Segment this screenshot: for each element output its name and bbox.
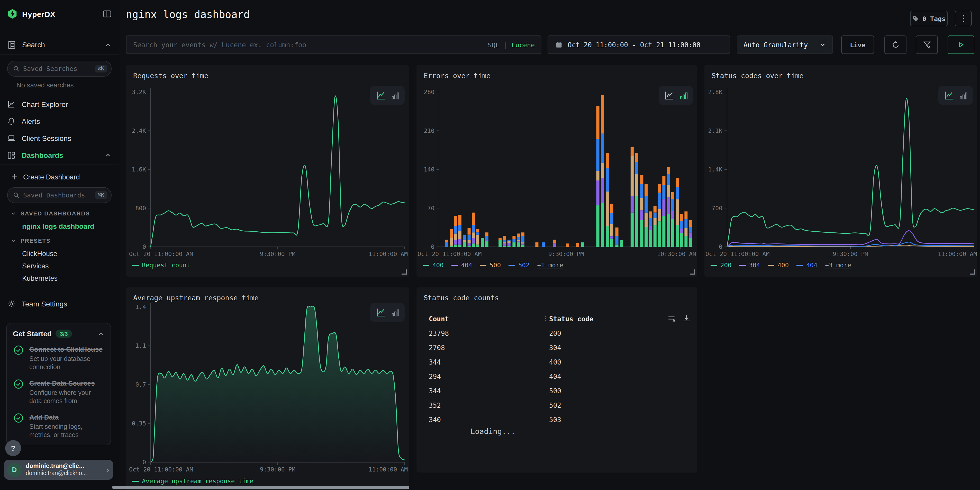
live-button[interactable]: Live — [841, 35, 874, 54]
filter-edit-button[interactable] — [916, 35, 938, 54]
line-chart-icon[interactable] — [944, 90, 954, 100]
svg-text:Oct 20 11:00:00 AM: Oct 20 11:00:00 AM — [129, 251, 193, 257]
svg-text:2.8K: 2.8K — [708, 89, 723, 95]
saved-searches-placeholder: Saved Searches — [23, 65, 92, 73]
legend-swatch — [711, 265, 717, 266]
legend-more-link[interactable]: +1 more — [537, 262, 563, 269]
time-range-picker[interactable]: Oct 20 11:00:00 - Oct 21 11:00:00 — [547, 35, 730, 54]
sidebar-item-kubernetes[interactable]: Kubernetes — [0, 272, 119, 284]
divider — [0, 164, 119, 165]
resize-handle[interactable] — [970, 269, 975, 275]
sidebar-item-services[interactable]: Services — [0, 260, 119, 272]
user-name: dominic.tran@clic... — [26, 463, 103, 470]
granularity-select[interactable]: Auto Granularity — [737, 35, 833, 54]
sidebar-item-label: Chart Explorer — [22, 100, 111, 108]
legend-item[interactable]: 304 — [739, 262, 760, 269]
search-section-icon — [7, 40, 16, 49]
refresh-button[interactable] — [885, 35, 907, 54]
column-header-count[interactable]: Count — [429, 315, 449, 323]
status-codes-chart[interactable]: 07001.4K2.1K2.8KOct 20 11:00:00 AM9:30:0… — [705, 65, 977, 277]
svg-text:0.7: 0.7 — [135, 381, 146, 388]
sidebar-item-team-settings[interactable]: Team Settings — [0, 295, 119, 312]
help-button[interactable]: ? — [5, 440, 21, 456]
legend-swatch — [509, 265, 515, 266]
legend-item[interactable]: 404 — [451, 262, 472, 269]
live-label: Live — [850, 41, 865, 49]
panel-menu-button[interactable] — [955, 11, 972, 26]
legend-item[interactable]: Request count — [132, 262, 190, 269]
legend-item[interactable]: 200 — [711, 262, 732, 269]
column-header-status-code[interactable]: Status code — [549, 315, 593, 323]
legend-swatch — [739, 265, 746, 266]
loading-text: Loading... — [471, 427, 515, 436]
table-row: 352502 — [417, 398, 697, 413]
cell-status-code: 404 — [549, 370, 561, 384]
sql-toggle[interactable]: SQL — [488, 41, 499, 49]
saved-dashboards-header[interactable]: SAVED DASHBOARDS — [0, 208, 119, 219]
horizontal-scrollbar-thumb[interactable] — [112, 486, 409, 489]
sidebar-item-clickhouse[interactable]: ClickHouse — [0, 247, 119, 260]
chevron-down-icon — [10, 210, 16, 216]
sidebar-item-chart-explorer[interactable]: Chart Explorer — [0, 95, 119, 113]
sidebar-item-dashboards[interactable]: Dashboards — [0, 146, 119, 164]
sort-icon[interactable] — [667, 314, 676, 323]
get-started-card: Get Started 3/3 Connect to ClickHouse Se… — [6, 323, 111, 445]
get-started-step-add-data[interactable]: Add Data Start sending logs, metrics, or… — [13, 412, 104, 440]
legend-item[interactable]: 502 — [509, 262, 529, 269]
saved-dashboards-input[interactable]: Saved Dashboards ⌘K — [7, 187, 111, 203]
legend-item[interactable]: Average upstream response time — [132, 478, 253, 485]
chart-explorer-icon — [7, 100, 16, 108]
tags-button[interactable]: 0 Tags — [910, 11, 948, 26]
sidebar-item-client-sessions[interactable]: Client Sessions — [0, 130, 119, 146]
event-search-input[interactable]: Search your events w/ Lucene ex. column:… — [126, 35, 541, 54]
legend-item[interactable]: 400 — [768, 262, 789, 269]
user-menu[interactable]: D dominic.tran@clic... dominic.tran@clic… — [4, 460, 113, 480]
section-label: SAVED DASHBOARDS — [21, 210, 90, 216]
check-circle-icon — [13, 345, 24, 372]
cell-count: 352 — [429, 398, 441, 413]
svg-text:10:30:00 AM: 10:30:00 AM — [657, 251, 696, 257]
get-started-step-connect[interactable]: Connect to ClickHouse Set up your databa… — [13, 345, 104, 372]
saved-dashboards-placeholder: Saved Dashboards — [23, 191, 92, 199]
requests-chart[interactable]: 08001.6K2.4K3.2KOct 20 11:00:00 AM9:30:0… — [126, 65, 409, 277]
avg-upstream-chart[interactable]: 00.350.71.11.4Oct 20 11:00:00 AM9:30:00 … — [126, 288, 409, 490]
bar-chart-icon[interactable] — [959, 91, 967, 100]
legend-item[interactable]: 400 — [423, 262, 444, 269]
bar-chart-icon[interactable] — [391, 91, 399, 100]
table-row: 294404 — [417, 370, 697, 384]
line-chart-icon[interactable] — [375, 307, 386, 318]
sidebar-item-nginx-logs-dashboard[interactable]: nginx logs dashboard — [0, 220, 119, 233]
chevron-up-icon[interactable] — [98, 330, 104, 337]
errors-chart[interactable]: 070140210280Oct 20 11:00:00 AM9:30:00 PM… — [417, 65, 697, 277]
sidebar-collapse-icon[interactable] — [103, 10, 111, 18]
cell-status-code: 503 — [549, 413, 561, 427]
table-row: 340503 — [417, 413, 697, 427]
bar-chart-icon[interactable] — [391, 308, 399, 317]
presets-header[interactable]: PRESETS — [0, 235, 119, 246]
lucene-toggle[interactable]: Lucene — [512, 41, 535, 49]
legend-item[interactable]: 404 — [797, 262, 817, 269]
svg-text:0: 0 — [142, 459, 146, 466]
svg-text:140: 140 — [424, 166, 434, 173]
chart-type-toggle — [370, 303, 405, 322]
legend-more-link[interactable]: +3 more — [825, 262, 851, 269]
sidebar-item-alerts[interactable]: Alerts — [0, 113, 119, 130]
svg-text:11:00:00 AM: 11:00:00 AM — [938, 251, 977, 257]
bar-chart-icon[interactable] — [679, 91, 688, 100]
svg-text:9:30:00 PM: 9:30:00 PM — [260, 466, 295, 473]
line-chart-icon[interactable] — [664, 90, 675, 100]
download-icon[interactable] — [682, 314, 691, 323]
run-query-button[interactable] — [948, 35, 974, 54]
legend-item[interactable]: 500 — [480, 262, 501, 269]
line-chart-icon[interactable] — [375, 90, 386, 100]
chart-legend: Average upstream response time — [132, 478, 253, 485]
sidebar-item-label: Dashboards — [22, 151, 98, 159]
resize-handle[interactable] — [402, 269, 407, 275]
drag-handle-icon[interactable]: ⋮ — [542, 315, 548, 322]
saved-searches-input[interactable]: Saved Searches ⌘K — [7, 60, 111, 76]
create-dashboard-button[interactable]: Create Dashboard — [0, 170, 119, 184]
panel-status-code-counts: Status code counts Count ⋮ Status code 2… — [417, 288, 697, 473]
get-started-step-datasources[interactable]: Create Data Sources Configure where your… — [13, 379, 104, 406]
resize-handle[interactable] — [690, 269, 695, 275]
sidebar-item-search[interactable]: Search — [0, 37, 119, 52]
